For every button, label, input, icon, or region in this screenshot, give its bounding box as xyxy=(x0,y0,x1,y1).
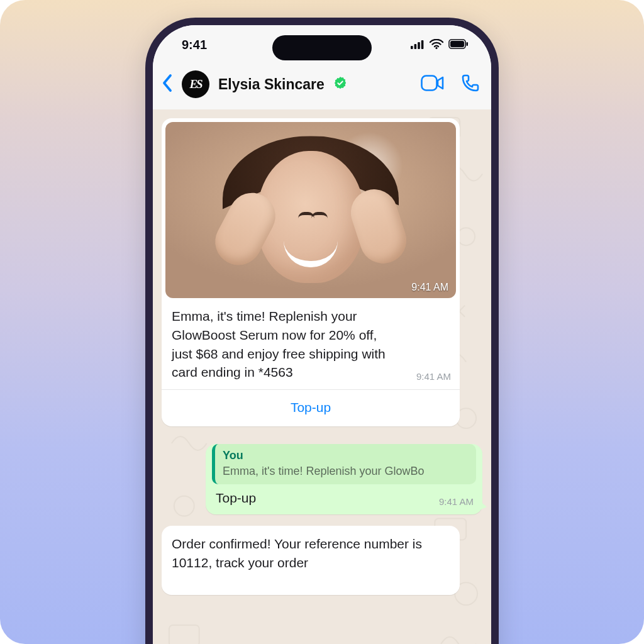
outgoing-message-text: Top-up 9:41 AM xyxy=(206,484,482,514)
image-timestamp: 9:41 AM xyxy=(411,282,448,293)
incoming-message-card: 9:41 AM Emma, it's time! Replenish your … xyxy=(162,118,460,426)
wifi-icon xyxy=(430,38,443,52)
promo-image[interactable]: 9:41 AM xyxy=(165,122,456,298)
cellular-icon xyxy=(411,38,425,52)
quoted-reply[interactable]: You Emma, it's time! Replenish your Glow… xyxy=(212,444,476,484)
quote-sender: You xyxy=(223,449,469,462)
svg-rect-8 xyxy=(422,76,437,91)
svg-rect-3 xyxy=(421,40,424,49)
svg-point-4 xyxy=(435,47,437,48)
status-time: 9:41 xyxy=(182,38,207,52)
contact-avatar[interactable]: ES xyxy=(182,70,209,98)
svg-point-15 xyxy=(174,496,194,516)
video-call-button[interactable] xyxy=(421,75,445,94)
voice-call-button[interactable] xyxy=(461,74,480,95)
svg-rect-18 xyxy=(169,625,199,644)
topup-button[interactable]: Top-up xyxy=(162,389,460,426)
verified-badge-icon xyxy=(333,76,347,92)
contact-name[interactable]: Elysia Skincare xyxy=(218,76,325,93)
dynamic-island xyxy=(272,35,372,60)
svg-rect-2 xyxy=(418,42,420,49)
phone-screen: 9:41 ES El xyxy=(153,25,491,644)
confirm-message-text: Order confirmed! Your reference number i… xyxy=(162,526,460,595)
svg-rect-7 xyxy=(467,42,469,46)
svg-rect-1 xyxy=(414,44,417,49)
phone-frame: 9:41 ES El xyxy=(145,18,499,644)
svg-rect-6 xyxy=(450,41,464,47)
svg-point-11 xyxy=(457,228,475,245)
bubble-tail-icon xyxy=(478,499,487,511)
status-indicators xyxy=(411,38,469,52)
outgoing-message: You Emma, it's time! Replenish your Glow… xyxy=(206,444,482,514)
incoming-message: Order confirmed! Your reference number i… xyxy=(162,526,460,595)
chat-body[interactable]: 9:41 AM Emma, it's time! Replenish your … xyxy=(153,109,491,644)
message-timestamp: 9:41 AM xyxy=(439,496,474,507)
message-timestamp: 9:41 AM xyxy=(416,370,451,383)
promo-message-text: Emma, it's time! Replenish your GlowBoos… xyxy=(162,302,460,389)
battery-icon xyxy=(448,38,469,52)
gradient-card: 9:41 ES El xyxy=(0,0,644,644)
svg-rect-0 xyxy=(411,46,413,49)
back-button[interactable] xyxy=(162,74,173,95)
chat-header: ES Elysia Skincare xyxy=(153,64,491,109)
quote-snippet: Emma, it's time! Replenish your GlowBo xyxy=(223,465,469,478)
